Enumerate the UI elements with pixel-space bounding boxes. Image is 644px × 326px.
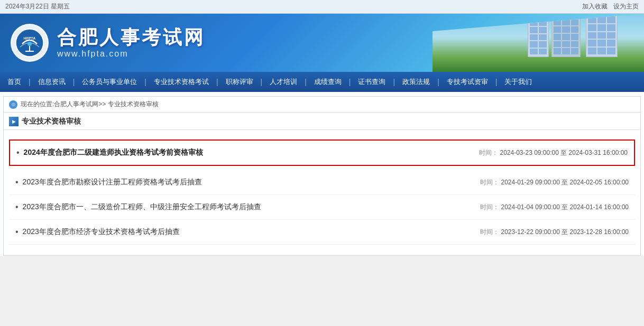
time-value-2: 2024-01-29 09:00:00 至 2024-02-05 16:00:0… — [501, 179, 629, 186]
list-item-left: • 2023年度合肥市勘察设计注册工程师资格考试考后抽查 — [15, 178, 202, 187]
time-label-1: 时间： — [479, 149, 498, 156]
nav-item-about[interactable]: 关于我们 — [497, 72, 539, 92]
item-title-1[interactable]: 2024年度合肥市二级建造师执业资格考试考前资格审核 — [24, 148, 203, 157]
item-title-2[interactable]: 2023年度合肥市勘察设计注册工程师资格考试考后抽查 — [23, 178, 202, 187]
item-time-3: 时间： 2024-01-04 09:00:00 至 2024-01-14 16:… — [480, 203, 629, 212]
time-label-2: 时间： — [480, 179, 499, 186]
breadcrumb-prefix: 现在的位置: — [21, 100, 54, 109]
homepage-link[interactable]: 设为主页 — [613, 3, 639, 10]
bullet-icon: • — [15, 178, 19, 187]
nav-item-news[interactable]: 信息资讯 — [31, 72, 73, 92]
breadcrumb-path: 合肥人事考试网>> 专业技术资格审核 — [54, 100, 158, 109]
list-item-left: • 2023年度合肥市经济专业技术资格考试考后抽查 — [15, 227, 180, 237]
nav-item-review[interactable]: 专技考试资审 — [439, 72, 495, 92]
time-value-4: 2023-12-22 09:00:00 至 2023-12-28 16:00:0… — [501, 228, 629, 236]
breadcrumb-icon — [9, 100, 17, 109]
list-item: • 2023年度合肥市经济专业技术资格考试考后抽查 时间： 2023-12-22… — [9, 220, 635, 245]
item-time-2: 时间： 2024-01-29 09:00:00 至 2024-02-05 16:… — [480, 178, 629, 187]
header-decoration — [433, 14, 644, 72]
nav-item-cert[interactable]: 证书查询 — [351, 72, 393, 92]
time-label-3: 时间： — [480, 203, 499, 211]
list-item-left: • 2024年度合肥市二级建造师执业资格考试考前资格审核 — [16, 148, 203, 157]
item-title-3[interactable]: 2023年度合肥市一、二级造价工程师、中级注册安全工程师考试考后抽查 — [23, 202, 261, 212]
section-title-icon — [9, 117, 19, 126]
section-title: 专业技术资格审核 — [22, 117, 81, 126]
bookmark-link[interactable]: 加入收藏 — [582, 3, 608, 10]
logo-circle: HFPTA — [11, 24, 49, 62]
nav-item-home[interactable]: 首页 — [0, 72, 29, 92]
section-title-bar: 专业技术资格审核 — [4, 113, 640, 130]
site-url: www.hfpta.com — [57, 49, 205, 59]
svg-point-2 — [27, 42, 32, 46]
item-time-1: 时间： 2024-03-23 09:00:00 至 2024-03-31 16:… — [479, 148, 628, 157]
navigation-bar: 首页 | 信息资讯 | 公务员与事业单位 | 专业技术资格考试 | 职称评审 |… — [0, 72, 644, 92]
bullet-icon: • — [15, 227, 19, 237]
time-value-1: 2024-03-23 09:00:00 至 2024-03-31 16:00:0… — [500, 149, 628, 156]
nav-item-score[interactable]: 成绩查询 — [307, 72, 349, 92]
time-value-3: 2024-01-04 09:00:00 至 2024-01-14 16:00:0… — [501, 203, 629, 211]
date-display: 2024年3月22日 星期五 — [5, 2, 70, 11]
nav-item-policy[interactable]: 政策法规 — [395, 72, 437, 92]
list-item: • 2023年度合肥市一、二级造价工程师、中级注册安全工程师考试考后抽查 时间：… — [9, 195, 635, 220]
breadcrumb: 现在的位置: 合肥人事考试网>> 专业技术资格审核 — [4, 97, 640, 113]
item-title-4[interactable]: 2023年度合肥市经济专业技术资格考试考后抽查 — [23, 227, 180, 237]
list-item: • 2023年度合肥市勘察设计注册工程师资格考试考后抽查 时间： 2024-01… — [9, 170, 635, 195]
list-item: • 2024年度合肥市二级建造师执业资格考试考前资格审核 时间： 2024-03… — [9, 139, 635, 166]
list-container: • 2024年度合肥市二级建造师执业资格考试考前资格审核 时间： 2024-03… — [4, 130, 640, 255]
site-title: 合肥人事考试网 — [57, 27, 205, 48]
time-label-4: 时间： — [480, 228, 499, 236]
nav-item-civil[interactable]: 公务员与事业单位 — [75, 72, 144, 92]
bullet-icon: • — [16, 148, 20, 157]
item-time-4: 时间： 2023-12-22 09:00:00 至 2023-12-28 16:… — [480, 228, 629, 237]
nav-item-talent[interactable]: 人才培训 — [262, 72, 305, 92]
nav-item-title[interactable]: 职称评审 — [218, 72, 261, 92]
nav-item-professional[interactable]: 专业技术资格考试 — [146, 72, 216, 92]
list-item-left: • 2023年度合肥市一、二级造价工程师、中级注册安全工程师考试考后抽查 — [15, 202, 261, 212]
bullet-icon: • — [15, 202, 19, 212]
